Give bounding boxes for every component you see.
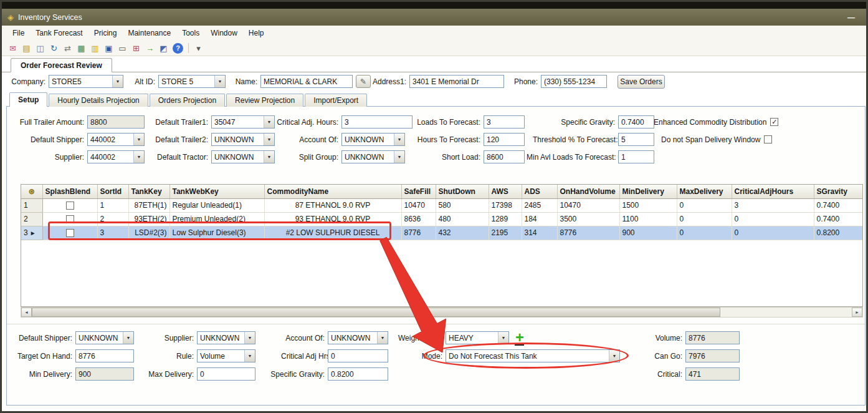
default-tractor-select[interactable]: UNKNOWN ▼ [211, 150, 275, 163]
chevron-down-icon[interactable]: ▼ [264, 134, 274, 145]
table-row-selected[interactable]: 3► 3 LSD#2(3) Low Sulphur Diesel(3) #2 L… [21, 226, 863, 240]
mode-select[interactable]: Do Not Forecast This Tank ▼ [446, 349, 620, 362]
loads-to-forecast-input[interactable]: 3 [484, 115, 525, 129]
cell-criticaladjhours[interactable]: 0 [732, 212, 814, 226]
cell-sortid[interactable]: 3 [97, 226, 128, 240]
supplier-select[interactable]: 440002 ▼ [87, 150, 145, 163]
chevron-down-icon[interactable]: ▼ [609, 350, 619, 362]
short-load-input[interactable]: 8600 [484, 150, 525, 163]
col-safefill[interactable]: SafeFill [401, 185, 436, 198]
cell-criticaladjhours[interactable]: 3 [732, 198, 814, 212]
default-trailer2-select[interactable]: UNKNOWN ▼ [211, 133, 275, 146]
chevron-down-icon[interactable]: ▼ [133, 151, 144, 163]
cell-tankkey[interactable]: 87ETH(1) [128, 198, 169, 212]
min-avl-loads-input[interactable]: 1 [618, 150, 654, 163]
tank-default-shipper-select[interactable]: UNKNOWN ▼ [75, 331, 134, 344]
chevron-down-icon[interactable]: ▼ [133, 134, 144, 145]
transfer-icon[interactable]: ⇄ [61, 42, 74, 54]
cell-sgravity[interactable]: 0.7400 [814, 212, 863, 226]
col-sortid[interactable]: SortId [97, 185, 128, 198]
tank-account-of-select[interactable]: UNKNOWN ▼ [328, 331, 388, 344]
col-criticaladjhours[interactable]: CriticalAdjHours [732, 185, 814, 198]
scrollbar-thumb[interactable] [32, 308, 720, 317]
row-header[interactable]: 3► [21, 226, 42, 240]
cell-sgravity[interactable]: 0.7400 [814, 198, 863, 212]
save-icon[interactable]: ▣ [102, 42, 115, 54]
cell-shutdown[interactable]: 432 [436, 226, 489, 240]
splashblend-checkbox[interactable] [66, 215, 74, 223]
row-header[interactable]: 1 [21, 198, 42, 212]
col-mindelivery[interactable]: MinDelivery [619, 185, 677, 198]
threshold-to-forecast-input[interactable]: 5 [618, 133, 654, 146]
cell-mindelivery[interactable]: 1500 [619, 198, 677, 212]
cell-onhandvolume[interactable]: 8776 [557, 226, 619, 240]
menu-pricing[interactable]: Pricing [88, 27, 123, 39]
tab-import-export[interactable]: Import/Export [305, 94, 367, 107]
copy-icon[interactable]: ◫ [34, 42, 47, 54]
tab-orders-projection[interactable]: Orders Projection [150, 94, 225, 107]
cell-onhandvolume[interactable]: 10470 [557, 198, 619, 212]
full-trailer-amount-input[interactable]: 8800 [87, 115, 145, 129]
cell-criticaladjhours[interactable]: 0 [732, 226, 814, 240]
menu-tools[interactable]: Tools [176, 27, 205, 39]
report-icon[interactable]: ▤ [20, 42, 33, 54]
col-tankkey[interactable]: TankKey [128, 185, 169, 198]
col-maxdelivery[interactable]: MaxDelivery [677, 185, 732, 198]
splashblend-cell[interactable] [42, 212, 97, 226]
menu-window[interactable]: Window [205, 27, 243, 39]
split-group-select[interactable]: UNKNOWN ▼ [341, 150, 405, 163]
cell-safefill[interactable]: 10470 [401, 198, 436, 212]
select-all-icon[interactable]: ⊛ [21, 185, 42, 198]
cell-sortid[interactable]: 2 [97, 212, 128, 226]
chevron-down-icon[interactable]: ▼ [214, 75, 225, 87]
critical-input[interactable]: 471 [685, 367, 740, 381]
chevron-down-icon[interactable]: ▼ [123, 332, 133, 344]
target-on-hand-input[interactable]: 8776 [75, 349, 134, 362]
chevron-down-icon[interactable]: ▼ [244, 332, 255, 344]
cell-onhandvolume[interactable]: 3500 [557, 212, 619, 226]
cell-aws[interactable]: 1289 [489, 212, 522, 226]
splashblend-checkbox[interactable] [66, 202, 74, 210]
cell-tankkey[interactable]: 93ETH(2) [128, 212, 169, 226]
cell-shutdown[interactable]: 480 [436, 212, 489, 226]
tab-hourly-details-projection[interactable]: Hourly Details Projection [49, 94, 148, 107]
tab-review-projection[interactable]: Review Projection [226, 94, 303, 107]
col-splashblend[interactable]: SplashBlend [42, 185, 97, 198]
col-aws[interactable]: AWS [489, 185, 522, 198]
table-icon[interactable]: ▦ [75, 42, 88, 54]
table-row[interactable]: 2 2 93ETH(2) Premium Unleaded(2) 93 ETHA… [21, 212, 863, 226]
chevron-down-icon[interactable]: ▼ [377, 332, 388, 344]
cell-ads[interactable]: 184 [522, 212, 557, 226]
default-shipper-select[interactable]: 440002 ▼ [87, 133, 145, 146]
chevron-down-icon[interactable]: ▼ [112, 75, 123, 87]
cell-ads[interactable]: 2485 [522, 198, 557, 212]
tank-supplier-select[interactable]: UNKNOWN ▼ [197, 331, 255, 344]
chevron-down-icon[interactable]: ▼ [394, 134, 404, 145]
add-weight-class-button[interactable]: + [513, 331, 527, 344]
calendar-icon[interactable]: ⊞ [130, 42, 143, 54]
name-input[interactable]: MEMORIAL & CLARK [260, 75, 353, 88]
refresh-icon[interactable]: ↻ [47, 42, 60, 54]
col-sgravity[interactable]: SGravity [814, 185, 863, 198]
tab-setup[interactable]: Setup [9, 92, 47, 107]
address1-input[interactable]: 3401 E Memorial Dr [409, 75, 504, 88]
col-commodityname[interactable]: CommodityName [264, 185, 401, 198]
cell-tankwebkey[interactable]: Premium Unleaded(2) [169, 212, 264, 226]
export-icon[interactable]: → [143, 42, 156, 54]
cell-maxdelivery[interactable]: 0 [677, 226, 732, 240]
cell-safefill[interactable]: 8636 [401, 212, 436, 226]
edit-name-button[interactable]: ✎ [356, 75, 371, 88]
horizontal-scrollbar[interactable]: ◄ ► [21, 307, 863, 318]
cell-tankwebkey[interactable]: Low Sulphur Diesel(3) [169, 226, 264, 240]
tab-order-forecast-review[interactable]: Order Forecast Review [11, 58, 112, 72]
chevron-down-icon[interactable]: ▼ [394, 151, 404, 163]
hours-to-forecast-input[interactable]: 120 [484, 133, 525, 146]
company-select[interactable]: STORE5 ▼ [49, 75, 123, 88]
account-of-select[interactable]: UNKNOWN ▼ [341, 133, 405, 146]
cell-commodityname[interactable]: 87 ETHANOL 9.0 RVP [264, 198, 401, 212]
cell-commodityname[interactable]: #2 LOW SULPHUR DIESEL [264, 226, 401, 240]
chevron-down-icon[interactable]: ▼ [264, 116, 274, 128]
chart-icon[interactable]: ◩ [157, 42, 170, 54]
max-delivery-input[interactable]: 0 [197, 367, 255, 381]
scroll-right-icon[interactable]: ► [852, 308, 862, 317]
